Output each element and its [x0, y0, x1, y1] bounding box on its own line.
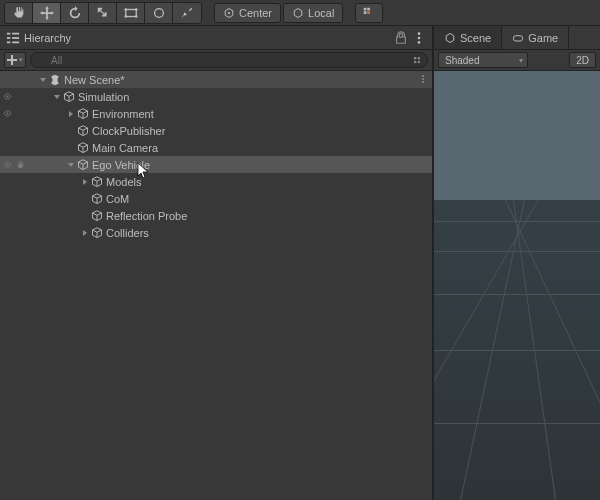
- expand-arrow[interactable]: [38, 76, 48, 84]
- custom-tool-button[interactable]: [173, 3, 201, 23]
- plus-icon: [7, 55, 17, 65]
- hierarchy-toolbar: ▾: [0, 50, 432, 71]
- tab-game-label: Game: [528, 32, 558, 44]
- svg-point-2: [134, 8, 137, 11]
- snap-icon: [362, 6, 376, 20]
- svg-point-23: [414, 61, 417, 64]
- tree-row-label: Reflection Probe: [106, 210, 187, 222]
- hand-tool-button[interactable]: [5, 3, 33, 23]
- svg-rect-31: [514, 35, 523, 40]
- svg-point-27: [422, 81, 424, 83]
- svg-point-25: [422, 75, 424, 77]
- scene-viewport[interactable]: [434, 71, 600, 500]
- svg-rect-12: [7, 37, 11, 39]
- rotation-mode-button[interactable]: Local: [283, 3, 343, 23]
- search-input[interactable]: [30, 52, 428, 68]
- svg-point-26: [422, 78, 424, 80]
- svg-point-30: [6, 163, 8, 165]
- gameobject-icon: [90, 226, 104, 240]
- expand-arrow[interactable]: [66, 110, 76, 118]
- rotation-mode-label: Local: [308, 7, 334, 19]
- expand-arrow[interactable]: [80, 229, 90, 237]
- scene-tabs: Scene Game: [434, 26, 600, 50]
- tree-row[interactable]: Ego Vehicle: [0, 156, 432, 173]
- gameobject-icon: [76, 124, 90, 138]
- tree-row[interactable]: ClockPublisher: [0, 122, 432, 139]
- tree-row-label: Models: [106, 176, 141, 188]
- hand-icon: [12, 6, 26, 20]
- search-wrap: [30, 52, 428, 68]
- svg-rect-14: [12, 32, 19, 34]
- hierarchy-tree[interactable]: New Scene*SimulationEnvironmentClockPubl…: [0, 71, 432, 500]
- tree-row-label: Simulation: [78, 91, 129, 103]
- gameobject-icon: [62, 90, 76, 104]
- expand-arrow[interactable]: [52, 93, 62, 101]
- svg-point-17: [418, 32, 421, 35]
- svg-point-1: [124, 8, 127, 11]
- svg-rect-15: [12, 37, 19, 39]
- search-type-icon[interactable]: [412, 55, 422, 65]
- gameobject-icon: [76, 141, 90, 155]
- scene-menu-icon[interactable]: [418, 74, 428, 86]
- svg-point-22: [418, 57, 421, 60]
- visibility-column: [0, 91, 32, 102]
- scale-icon: [96, 6, 110, 20]
- rect-icon: [124, 6, 138, 20]
- svg-rect-9: [364, 11, 367, 14]
- tree-row-label: Ego Vehicle: [92, 159, 150, 171]
- tree-row-label: Environment: [92, 108, 154, 120]
- tree-row[interactable]: New Scene*: [0, 71, 432, 88]
- pivot-mode-button[interactable]: Center: [214, 3, 281, 23]
- svg-point-4: [134, 15, 137, 18]
- tree-row-label: New Scene*: [64, 74, 125, 86]
- svg-point-18: [418, 36, 421, 39]
- tree-row[interactable]: Colliders: [0, 224, 432, 241]
- move-tool-button[interactable]: [33, 3, 61, 23]
- tree-row-label: CoM: [106, 193, 129, 205]
- scene-panel: Scene Game Shaded 2D: [434, 26, 600, 500]
- expand-arrow[interactable]: [80, 178, 90, 186]
- svg-rect-16: [12, 41, 19, 43]
- visibility-column: [0, 108, 32, 119]
- svg-rect-0: [125, 9, 136, 16]
- gameobject-icon: [76, 158, 90, 172]
- 2d-toggle-button[interactable]: 2D: [569, 52, 596, 68]
- gameobject-icon: [90, 175, 104, 189]
- tree-row-label: Main Camera: [92, 142, 158, 154]
- tree-row[interactable]: Main Camera: [0, 139, 432, 156]
- hierarchy-icon: [6, 31, 20, 45]
- tree-row[interactable]: Reflection Probe: [0, 207, 432, 224]
- pivot-icon: [223, 7, 235, 19]
- tree-row[interactable]: Models: [0, 173, 432, 190]
- main-area: Hierarchy ▾ New Scene*SimulationEnvironm…: [0, 26, 600, 500]
- rect-tool-button[interactable]: [117, 3, 145, 23]
- tree-row[interactable]: CoM: [0, 190, 432, 207]
- scale-tool-button[interactable]: [89, 3, 117, 23]
- svg-rect-7: [364, 7, 367, 10]
- tree-row[interactable]: Simulation: [0, 88, 432, 105]
- svg-point-29: [6, 112, 8, 114]
- gameobject-icon: [90, 209, 104, 223]
- rotate-tool-button[interactable]: [61, 3, 89, 23]
- gameobject-icon: [76, 107, 90, 121]
- create-button[interactable]: ▾: [4, 52, 26, 68]
- svg-point-24: [418, 61, 421, 64]
- main-toolbar: Center Local: [0, 0, 600, 26]
- scene-view-toolbar: Shaded 2D: [434, 50, 600, 71]
- tab-game[interactable]: Game: [502, 26, 569, 49]
- transform-all-tool-button[interactable]: [145, 3, 173, 23]
- svg-point-19: [418, 41, 421, 44]
- draw-mode-dropdown[interactable]: Shaded: [438, 52, 528, 68]
- tab-scene-label: Scene: [460, 32, 491, 44]
- gameobject-icon: [90, 192, 104, 206]
- svg-rect-13: [7, 41, 11, 43]
- lock-icon[interactable]: [394, 31, 408, 45]
- move-icon: [40, 6, 54, 20]
- snap-button[interactable]: [355, 3, 383, 23]
- tree-row-label: Colliders: [106, 227, 149, 239]
- tab-scene[interactable]: Scene: [434, 26, 502, 49]
- panel-menu-icon[interactable]: [412, 31, 426, 45]
- expand-arrow[interactable]: [66, 161, 76, 169]
- tree-row[interactable]: Environment: [0, 105, 432, 122]
- custom-tool-icon: [180, 6, 194, 20]
